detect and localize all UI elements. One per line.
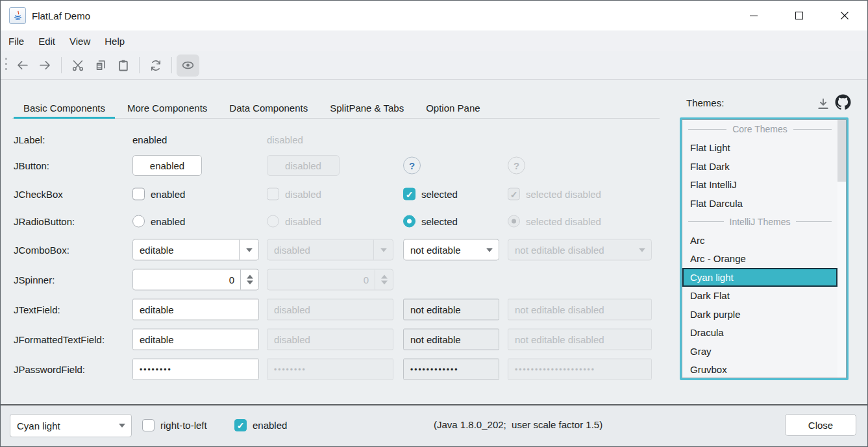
radio-selected-disabled: selected disabled — [508, 215, 601, 228]
radio-icon[interactable] — [132, 215, 145, 228]
window-controls — [731, 1, 867, 30]
theme-item-flat-darcula[interactable]: Flat Darcula — [682, 194, 837, 213]
enabled-checkbox[interactable]: enabled — [234, 419, 287, 431]
flatlaf-demo-window: FlatLaf Demo File Edit View Help — [0, 0, 868, 447]
spinner-disabled: 0 — [267, 269, 393, 291]
combobox-editable[interactable]: editable — [132, 239, 259, 261]
checkbox-selected-disabled: selected disabled — [508, 188, 601, 200]
radio-selected[interactable]: selected — [403, 215, 458, 228]
jbutton-enabled[interactable]: enabled — [132, 155, 202, 176]
copy-button[interactable] — [89, 54, 112, 77]
row-label: JRadioButton: — [14, 216, 75, 227]
refresh-button[interactable] — [144, 54, 167, 77]
formattedfield-disabled: disabled — [267, 329, 393, 350]
row-label: JComboBox: — [14, 245, 69, 256]
download-themes-button[interactable] — [815, 95, 832, 112]
window-title: FlatLaf Demo — [32, 10, 90, 21]
menu-edit[interactable]: Edit — [31, 32, 62, 50]
row-jtextfield: JTextField: editable disabled not editab… — [1, 295, 660, 324]
status-text: (Java 1.8.0_202; user scale factor 1.5) — [434, 419, 602, 430]
copy-icon — [94, 59, 107, 72]
textfield-not-editable: not editable — [403, 299, 499, 320]
forward-button[interactable] — [34, 54, 56, 77]
checkbox-enabled[interactable]: enabled — [132, 188, 185, 200]
radio-enabled[interactable]: enabled — [132, 215, 185, 228]
row-label: JCheckBox — [14, 189, 63, 200]
back-button[interactable] — [11, 54, 34, 77]
combobox-arrow-button[interactable] — [240, 240, 258, 260]
row-jradiobutton: JRadioButton: enabled disabled selected … — [1, 206, 660, 236]
bottombar: Cyan light right-to-left enabled (Java 1… — [1, 405, 867, 446]
lookandfeel-combobox[interactable]: Cyan light — [10, 414, 132, 437]
theme-item-dracula[interactable]: Dracula — [682, 324, 837, 343]
maximize-button[interactable] — [776, 1, 822, 30]
help-button-disabled: ? — [508, 157, 525, 175]
right-to-left-checkbox[interactable]: right-to-left — [142, 419, 207, 431]
row-label: JButton: — [14, 160, 49, 171]
checkbox-checked-icon — [508, 188, 520, 200]
formattedfield-editable[interactable]: editable — [132, 329, 259, 350]
spinner-enabled[interactable]: 0 — [132, 269, 259, 291]
paste-button[interactable] — [112, 54, 134, 77]
theme-group-separator: Core Themes — [682, 120, 837, 139]
tab-splitpane-tabs[interactable]: SplitPane & Tabs — [319, 98, 415, 118]
combobox-arrow-button[interactable] — [112, 415, 131, 437]
tab-more-components[interactable]: More Components — [116, 98, 218, 118]
theme-item-dark-purple[interactable]: Dark purple — [682, 305, 837, 324]
spinner-buttons[interactable] — [240, 270, 258, 290]
theme-item-flat-light[interactable]: Flat Light — [682, 139, 837, 158]
scrollbar-thumb[interactable] — [837, 120, 846, 182]
combobox-arrow-button[interactable] — [480, 240, 499, 260]
textfield-editable[interactable]: editable — [132, 299, 259, 320]
tab-basic-components[interactable]: Basic Components — [12, 98, 116, 118]
close-button[interactable]: Close — [785, 414, 856, 436]
menu-view[interactable]: View — [62, 32, 97, 50]
textfield-not-editable-disabled: not editable disabled — [508, 299, 652, 320]
tab-option-pane[interactable]: Option Pane — [415, 98, 491, 118]
toolbar-grip[interactable] — [5, 58, 7, 73]
toolbar-separator — [139, 57, 140, 73]
formattedfield-not-editable: not editable — [403, 329, 499, 350]
radio-selected-icon[interactable] — [403, 215, 415, 228]
theme-item-cyan-light-selected[interactable]: Cyan light — [682, 268, 837, 287]
passwordfield-editable[interactable]: •••••••• — [132, 359, 259, 380]
combobox-not-editable-disabled: not editable disabled — [508, 239, 652, 261]
github-icon — [835, 94, 851, 110]
tabbar: Basic Components More Components Data Co… — [12, 98, 660, 119]
minimize-icon — [749, 11, 758, 20]
refresh-icon — [149, 59, 162, 72]
formattedfield-not-editable-disabled: not editable disabled — [508, 329, 652, 350]
row-jcheckbox: JCheckBox enabled disabled selected sele… — [1, 179, 660, 209]
tab-data-components[interactable]: Data Components — [218, 98, 319, 118]
theme-item-gray[interactable]: Gray — [682, 342, 837, 361]
checkbox-checked-icon[interactable] — [403, 188, 415, 200]
themes-list: Core Themes Flat Light Flat Dark Flat In… — [680, 117, 849, 380]
menubar: File Edit View Help — [1, 30, 867, 51]
theme-item-arc[interactable]: Arc — [682, 231, 837, 250]
cut-button[interactable] — [66, 54, 89, 77]
radio-selected-icon — [508, 215, 520, 228]
theme-item-gruvbox[interactable]: Gruvbox — [682, 361, 837, 380]
help-button[interactable]: ? — [403, 157, 421, 175]
checkbox-icon[interactable] — [142, 419, 155, 431]
close-window-button[interactable] — [822, 1, 867, 30]
eye-icon — [181, 58, 195, 72]
theme-item-dark-flat[interactable]: Dark Flat — [682, 287, 837, 306]
menu-file[interactable]: File — [1, 32, 31, 50]
menu-help[interactable]: Help — [97, 32, 132, 50]
chevron-down-icon — [380, 248, 387, 252]
arrow-right-icon — [38, 58, 52, 72]
checkbox-icon[interactable] — [132, 188, 145, 200]
theme-item-arc-orange[interactable]: Arc - Orange — [682, 250, 837, 269]
checkbox-selected[interactable]: selected — [403, 188, 458, 200]
row-label: JTextField: — [14, 304, 60, 315]
combobox-not-editable[interactable]: not editable — [403, 239, 499, 261]
theme-item-flat-dark[interactable]: Flat Dark — [682, 157, 837, 176]
github-link-button[interactable] — [834, 93, 851, 110]
minimize-button[interactable] — [731, 1, 776, 30]
checkbox-checked-icon[interactable] — [234, 419, 247, 431]
themes-scrollbar[interactable] — [837, 120, 846, 378]
theme-item-flat-intellij[interactable]: Flat IntelliJ — [682, 176, 837, 195]
show-toggle-button[interactable] — [177, 54, 199, 77]
toolbar-separator — [171, 57, 172, 73]
